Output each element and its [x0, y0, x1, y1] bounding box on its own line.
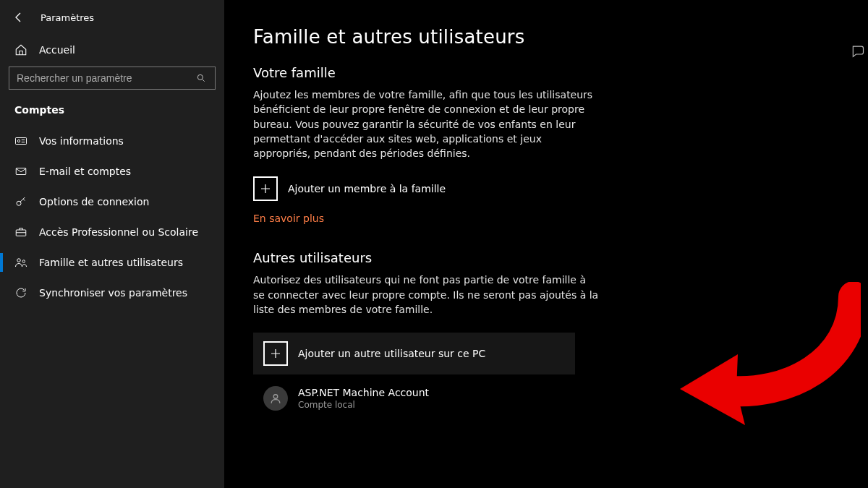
svg-point-8 — [273, 395, 278, 399]
sidebar-item-label: Famille et autres utilisateurs — [39, 257, 183, 268]
add-other-user-label: Ajouter un autre utilisateur sur ce PC — [298, 348, 485, 359]
home-icon — [14, 43, 27, 56]
sidebar: Paramètres Accueil Comptes Vos infor — [0, 0, 224, 488]
sidebar-item-email-accounts[interactable]: E-mail et comptes — [0, 156, 224, 187]
search-input-wrapper[interactable] — [9, 67, 216, 90]
email-icon — [14, 165, 27, 178]
add-family-member-label: Ajouter un membre à la famille — [288, 183, 446, 194]
svg-point-0 — [197, 74, 203, 80]
svg-rect-1 — [16, 138, 27, 145]
sidebar-item-work-school[interactable]: Accès Professionnel ou Scolaire — [0, 217, 224, 247]
svg-point-2 — [17, 140, 20, 142]
sidebar-item-signin-options[interactable]: Options de connexion — [0, 187, 224, 217]
sidebar-menu: Vos informations E-mail et comptes Optio… — [0, 126, 224, 308]
svg-rect-3 — [16, 168, 26, 175]
sync-icon — [14, 286, 27, 299]
family-description: Ajoutez les membres de votre famille, af… — [253, 87, 600, 160]
sidebar-section-label: Comptes — [0, 100, 224, 126]
svg-point-7 — [22, 260, 25, 262]
window-title: Paramètres — [41, 12, 94, 23]
others-description: Autorisez des utilisateurs qui ne font p… — [253, 273, 600, 317]
account-name: ASP.NET Machine Account — [298, 387, 429, 400]
sidebar-item-label: Options de connexion — [39, 196, 149, 207]
add-family-member-button[interactable]: Ajouter un membre à la famille — [253, 176, 839, 201]
sidebar-item-your-info[interactable]: Vos informations — [0, 126, 224, 156]
page-title: Famille et autres utilisateurs — [253, 26, 839, 48]
svg-point-4 — [17, 201, 21, 205]
sidebar-item-label: Accès Professionnel ou Scolaire — [39, 226, 198, 238]
family-heading: Votre famille — [253, 65, 839, 80]
add-other-user-button[interactable]: Ajouter un autre utilisateur sur ce PC — [253, 333, 575, 374]
key-icon — [14, 195, 27, 208]
home-label: Accueil — [39, 44, 75, 56]
learn-more-link[interactable]: En savoir plus — [253, 213, 324, 224]
svg-point-6 — [17, 259, 21, 262]
plus-icon — [263, 341, 288, 366]
sidebar-item-sync[interactable]: Synchroniser vos paramètres — [0, 278, 224, 308]
search-input[interactable] — [17, 72, 196, 84]
sidebar-item-label: Synchroniser vos paramètres — [39, 287, 187, 299]
account-subtitle: Compte local — [298, 400, 429, 411]
plus-icon — [253, 176, 278, 201]
sidebar-item-family-users[interactable]: Famille et autres utilisateurs — [0, 247, 224, 278]
sidebar-item-label: E-mail et comptes — [39, 166, 131, 177]
home-button[interactable]: Accueil — [0, 36, 224, 67]
family-icon — [14, 256, 27, 269]
others-heading: Autres utilisateurs — [253, 250, 839, 265]
avatar-icon — [263, 386, 288, 411]
sidebar-item-label: Vos informations — [39, 135, 124, 147]
help-icon[interactable] — [851, 43, 865, 61]
main-content: Famille et autres utilisateurs Votre fam… — [224, 0, 868, 488]
titlebar: Paramètres — [0, 7, 224, 36]
account-row[interactable]: ASP.NET Machine Account Compte local — [253, 382, 575, 415]
search-icon — [196, 72, 208, 84]
briefcase-icon — [14, 226, 27, 239]
user-info-icon — [14, 134, 27, 147]
back-icon[interactable] — [13, 12, 25, 23]
